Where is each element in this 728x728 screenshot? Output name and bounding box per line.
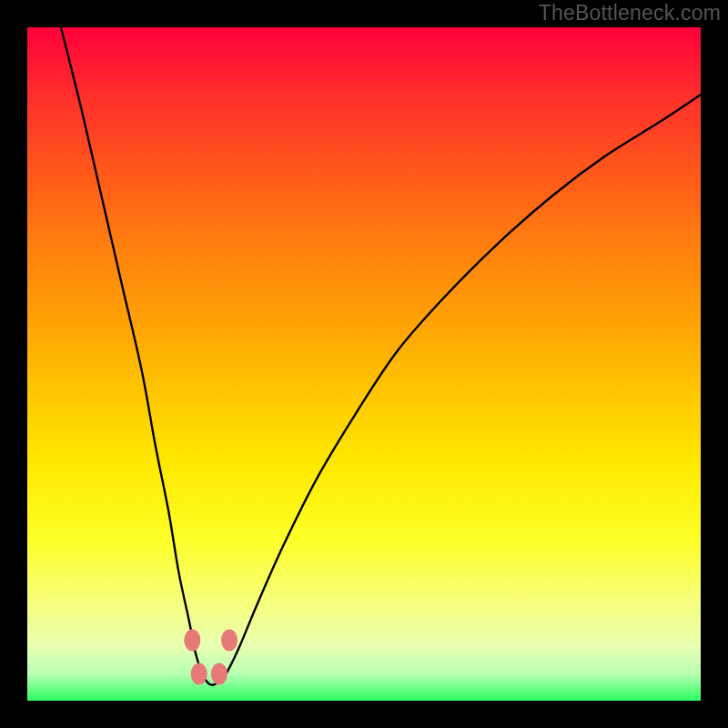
- curve-marker: [211, 662, 228, 684]
- bottleneck-curve: [27, 27, 701, 701]
- curve-marker: [191, 662, 207, 684]
- curve-marker: [184, 629, 200, 651]
- chart-plot-area: [27, 27, 701, 701]
- attribution-text: TheBottleneck.com: [539, 1, 721, 25]
- curve-marker: [221, 629, 238, 651]
